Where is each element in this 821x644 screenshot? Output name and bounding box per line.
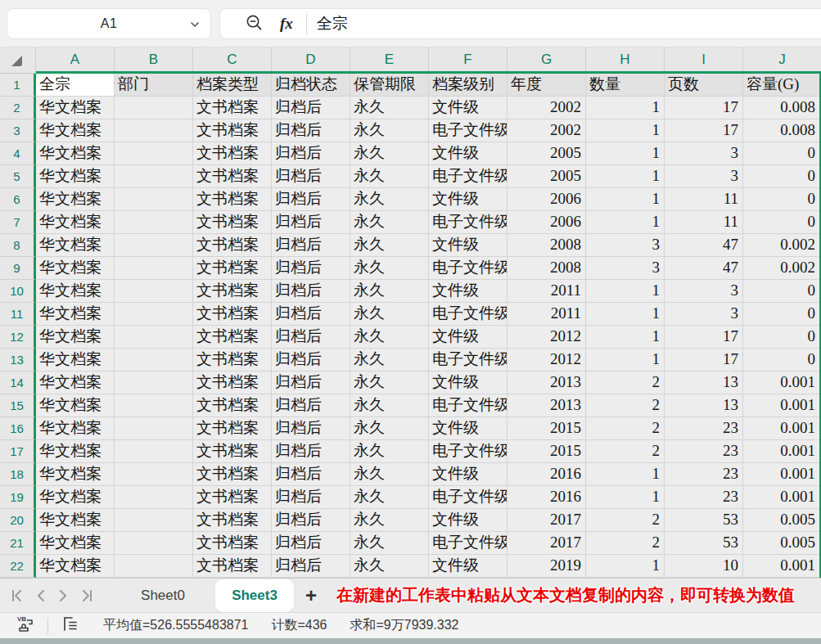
tab-sheet3[interactable]: Sheet3 xyxy=(215,579,294,612)
cell-F12[interactable]: 文件级 xyxy=(429,326,507,349)
cell-G10[interactable]: 2011 xyxy=(507,280,586,303)
cell-H3[interactable]: 1 xyxy=(586,119,665,142)
cell-I3[interactable]: 17 xyxy=(665,119,743,142)
cell-F3[interactable]: 电子文件级 xyxy=(429,119,507,142)
cell-I10[interactable]: 3 xyxy=(665,280,743,303)
cell-H15[interactable]: 2 xyxy=(586,394,665,417)
formula-bar[interactable]: fx 全宗 xyxy=(219,8,821,39)
row-header-16[interactable]: 16 xyxy=(0,417,36,440)
first-sheet-button[interactable] xyxy=(10,589,24,602)
cell-B10[interactable] xyxy=(115,280,193,303)
cell-C13[interactable]: 文书档案 xyxy=(193,349,272,372)
cell-B5[interactable] xyxy=(115,165,193,188)
cell-H6[interactable]: 1 xyxy=(586,188,665,211)
cell-A15[interactable]: 华文档案 xyxy=(36,394,115,417)
cell-C14[interactable]: 文书档案 xyxy=(193,372,272,394)
cell-B18[interactable] xyxy=(115,463,193,486)
cell-F1[interactable]: 档案级别 xyxy=(429,74,507,97)
cell-I15[interactable]: 13 xyxy=(665,394,743,417)
cell-C12[interactable]: 文书档案 xyxy=(193,326,272,349)
row-header-8[interactable]: 8 xyxy=(0,234,36,257)
cell-H5[interactable]: 1 xyxy=(586,165,665,188)
name-box[interactable]: A1 xyxy=(7,8,211,39)
column-header-C[interactable]: C xyxy=(193,47,272,71)
row-header-12[interactable]: 12 xyxy=(0,326,36,349)
row-header-21[interactable]: 21 xyxy=(0,532,36,555)
cell-H22[interactable]: 1 xyxy=(586,555,665,578)
cell-G8[interactable]: 2008 xyxy=(507,234,586,257)
cell-A19[interactable]: 华文档案 xyxy=(36,486,115,509)
cell-H17[interactable]: 2 xyxy=(586,440,665,463)
cell-I22[interactable]: 10 xyxy=(665,555,743,578)
row-header-14[interactable]: 14 xyxy=(0,372,36,394)
row-header-13[interactable]: 13 xyxy=(0,349,36,372)
cell-I8[interactable]: 47 xyxy=(665,234,743,257)
cell-G5[interactable]: 2005 xyxy=(507,165,586,188)
cell-A13[interactable]: 华文档案 xyxy=(36,349,115,372)
cell-B4[interactable] xyxy=(115,142,193,165)
cell-I20[interactable]: 53 xyxy=(665,509,743,532)
cell-C1[interactable]: 档案类型 xyxy=(193,74,272,97)
cell-F4[interactable]: 文件级 xyxy=(429,142,507,165)
cell-H2[interactable]: 1 xyxy=(586,97,665,119)
row-header-4[interactable]: 4 xyxy=(0,142,36,165)
cell-A9[interactable]: 华文档案 xyxy=(36,257,115,280)
cell-E4[interactable]: 永久 xyxy=(350,142,429,165)
cell-D11[interactable]: 归档后 xyxy=(272,303,350,326)
cell-D15[interactable]: 归档后 xyxy=(272,394,350,417)
column-header-E[interactable]: E xyxy=(350,47,429,71)
cell-E12[interactable]: 永久 xyxy=(350,326,429,349)
cell-A6[interactable]: 华文档案 xyxy=(36,188,115,211)
cell-B7[interactable] xyxy=(115,211,193,234)
cell-B16[interactable] xyxy=(115,417,193,440)
cell-J22[interactable]: 0.001 xyxy=(743,555,819,578)
cell-A22[interactable]: 华文档案 xyxy=(36,555,115,578)
cell-C20[interactable]: 文书档案 xyxy=(193,509,272,532)
cell-D8[interactable]: 归档后 xyxy=(272,234,350,257)
cell-C16[interactable]: 文书档案 xyxy=(193,417,272,440)
cell-A17[interactable]: 华文档案 xyxy=(36,440,115,463)
cell-I7[interactable]: 11 xyxy=(665,211,743,234)
cell-I1[interactable]: 页数 xyxy=(665,74,743,97)
cell-B14[interactable] xyxy=(115,372,193,394)
column-header-J[interactable]: J xyxy=(743,47,821,71)
cell-I14[interactable]: 13 xyxy=(665,372,743,394)
cell-J15[interactable]: 0.001 xyxy=(743,394,819,417)
cell-J14[interactable]: 0.001 xyxy=(743,372,819,394)
cell-D2[interactable]: 归档后 xyxy=(272,97,350,119)
cell-C2[interactable]: 文书档案 xyxy=(193,97,272,119)
formula-input[interactable]: 全宗 xyxy=(317,13,348,34)
row-header-11[interactable]: 11 xyxy=(0,303,36,326)
cell-D7[interactable]: 归档后 xyxy=(272,211,350,234)
cell-E20[interactable]: 永久 xyxy=(350,509,429,532)
cell-C7[interactable]: 文书档案 xyxy=(193,211,272,234)
cell-I5[interactable]: 3 xyxy=(665,165,743,188)
cell-A4[interactable]: 华文档案 xyxy=(36,142,115,165)
cell-B8[interactable] xyxy=(115,234,193,257)
cell-C21[interactable]: 文书档案 xyxy=(193,532,272,555)
cell-B17[interactable] xyxy=(115,440,193,463)
row-header-10[interactable]: 10 xyxy=(0,280,36,303)
cell-H13[interactable]: 1 xyxy=(586,349,665,372)
cell-E17[interactable]: 永久 xyxy=(350,440,429,463)
cell-F17[interactable]: 电子文件级 xyxy=(429,440,507,463)
cell-C4[interactable]: 文书档案 xyxy=(193,142,272,165)
cell-I12[interactable]: 17 xyxy=(665,326,743,349)
cell-D10[interactable]: 归档后 xyxy=(272,280,350,303)
cell-J2[interactable]: 0.008 xyxy=(743,97,819,119)
row-header-18[interactable]: 18 xyxy=(0,463,36,486)
cell-H20[interactable]: 2 xyxy=(586,509,665,532)
cell-A14[interactable]: 华文档案 xyxy=(36,372,115,394)
cell-D3[interactable]: 归档后 xyxy=(272,119,350,142)
cell-A8[interactable]: 华文档案 xyxy=(36,234,115,257)
cell-C9[interactable]: 文书档案 xyxy=(193,257,272,280)
cell-H12[interactable]: 1 xyxy=(586,326,665,349)
row-header-3[interactable]: 3 xyxy=(0,119,36,142)
cell-J4[interactable]: 0 xyxy=(743,142,819,165)
cell-C8[interactable]: 文书档案 xyxy=(193,234,272,257)
row-header-2[interactable]: 2 xyxy=(0,97,36,119)
cell-G7[interactable]: 2006 xyxy=(507,211,586,234)
cell-J7[interactable]: 0 xyxy=(743,211,819,234)
cell-J19[interactable]: 0.001 xyxy=(743,486,819,509)
cell-D12[interactable]: 归档后 xyxy=(272,326,350,349)
